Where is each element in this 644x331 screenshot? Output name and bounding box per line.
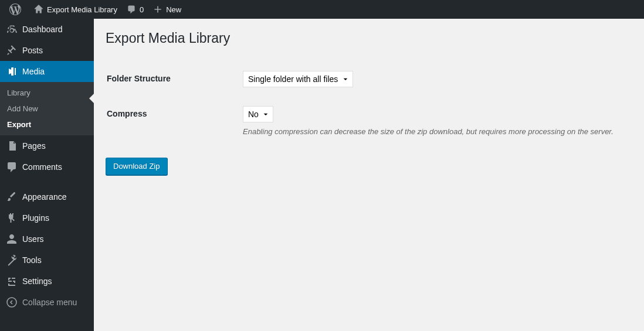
comment-icon bbox=[127, 5, 136, 14]
home-icon bbox=[34, 5, 43, 14]
compress-label: Compress bbox=[107, 97, 236, 145]
main-content: Export Media Library Folder Structure Si… bbox=[94, 0, 644, 199]
plus-icon bbox=[153, 5, 162, 14]
menu-appearance[interactable]: Appearance bbox=[0, 186, 94, 199]
media-icon bbox=[6, 66, 18, 77]
comment-icon bbox=[6, 161, 18, 173]
new-content-link[interactable]: New bbox=[148, 0, 186, 19]
dashboard-icon bbox=[6, 23, 18, 35]
submenu-export[interactable]: Export bbox=[0, 117, 94, 132]
menu-separator bbox=[0, 178, 94, 186]
media-submenu: Library Add New Export bbox=[0, 82, 94, 135]
folder-structure-select[interactable]: Single folder with all files bbox=[243, 71, 353, 87]
compress-description: Enabling compression can decrease the si… bbox=[243, 127, 625, 136]
comments-link[interactable]: 0 bbox=[122, 0, 148, 19]
menu-comments[interactable]: Comments bbox=[0, 156, 94, 178]
page-icon bbox=[6, 140, 18, 152]
menu-media[interactable]: Media Library Add New Export bbox=[0, 61, 94, 135]
menu-posts[interactable]: Posts bbox=[0, 40, 94, 61]
pin-icon bbox=[6, 45, 18, 56]
folder-structure-label: Folder Structure bbox=[107, 62, 236, 96]
comments-count: 0 bbox=[140, 5, 144, 14]
brush-icon bbox=[6, 191, 18, 199]
settings-form: Folder Structure Single folder with all … bbox=[106, 61, 632, 146]
admin-bar: Export Media Library 0 New bbox=[0, 0, 644, 19]
submenu-library[interactable]: Library bbox=[0, 85, 94, 101]
new-label: New bbox=[166, 5, 181, 14]
wp-logo[interactable] bbox=[5, 0, 29, 19]
page-title: Export Media Library bbox=[106, 25, 632, 49]
submenu-add-new[interactable]: Add New bbox=[0, 101, 94, 117]
admin-menu: Dashboard Posts Media Library Add New Ex… bbox=[0, 19, 94, 199]
menu-dashboard[interactable]: Dashboard bbox=[0, 19, 94, 40]
menu-pages[interactable]: Pages bbox=[0, 135, 94, 156]
wordpress-icon bbox=[9, 4, 21, 15]
site-name-link[interactable]: Export Media Library bbox=[29, 0, 122, 19]
compress-select[interactable]: No bbox=[243, 106, 273, 122]
download-zip-button[interactable]: Download Zip bbox=[106, 158, 168, 175]
site-name: Export Media Library bbox=[47, 5, 117, 14]
